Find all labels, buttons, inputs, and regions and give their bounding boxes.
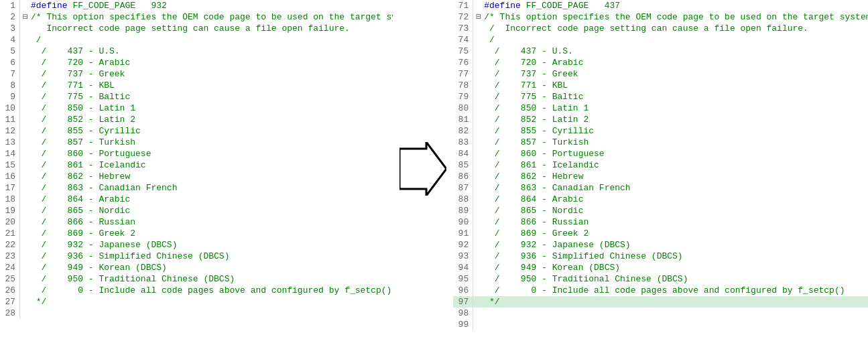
code-text: / 737 - Greek xyxy=(31,68,393,80)
fold-placeholder xyxy=(476,308,484,319)
line-number: 16 xyxy=(0,171,20,182)
table-row: 77 / 737 - Greek xyxy=(453,68,868,80)
fold-placeholder xyxy=(476,46,484,57)
fold-placeholder xyxy=(476,125,484,137)
fold-placeholder xyxy=(476,34,484,46)
line-number: 12 xyxy=(0,125,20,137)
fold-placeholder xyxy=(23,125,31,137)
code-text: Incorrect code page setting can cause a … xyxy=(31,23,393,34)
table-row: 4 / xyxy=(0,34,393,46)
line-number: 8 xyxy=(0,80,20,91)
line-number: 97 xyxy=(453,296,473,308)
fold-placeholder xyxy=(476,273,484,285)
code-text: / 850 - Latin 1 xyxy=(31,103,393,114)
table-row: 18 / 864 - Arabic xyxy=(0,194,393,205)
line-number: 87 xyxy=(453,182,473,194)
table-row: 89 / 865 - Nordic xyxy=(453,205,868,216)
line-number: 84 xyxy=(453,148,473,159)
table-row: 97 */ xyxy=(453,296,868,308)
code-text: / 866 - Russian xyxy=(31,216,393,228)
fold-placeholder xyxy=(23,137,31,148)
line-number: 85 xyxy=(453,159,473,171)
fold-placeholder xyxy=(23,251,31,262)
code-text: / 0 - Include all code pages above and c… xyxy=(31,285,393,296)
fold-icon[interactable]: ⊟ xyxy=(476,11,484,23)
code-text: */ xyxy=(484,296,868,308)
fold-placeholder xyxy=(23,239,31,251)
table-row: 79 / 775 - Baltic xyxy=(453,91,868,103)
line-number: 6 xyxy=(0,57,20,68)
code-text: / 437 - U.S. xyxy=(484,46,868,57)
fold-icon[interactable]: ⊟ xyxy=(23,11,31,23)
fold-placeholder xyxy=(23,171,31,182)
table-row: 27 */ xyxy=(0,296,393,308)
code-text: / 775 - Baltic xyxy=(484,91,868,103)
code-text: / 869 - Greek 2 xyxy=(31,228,393,239)
fold-placeholder xyxy=(23,80,31,91)
fold-placeholder xyxy=(476,205,484,216)
line-number: 23 xyxy=(0,251,20,262)
fold-placeholder xyxy=(23,0,31,11)
code-text: / Incorrect code page setting can cause … xyxy=(484,23,868,34)
fold-placeholder xyxy=(476,80,484,91)
table-row: 21 / 869 - Greek 2 xyxy=(0,228,393,239)
fold-placeholder xyxy=(476,239,484,251)
code-text: / 932 - Japanese (DBCS) xyxy=(484,239,868,251)
fold-placeholder xyxy=(476,57,484,68)
fold-placeholder xyxy=(476,103,484,114)
svg-marker-0 xyxy=(399,142,446,196)
table-row: 75 / 437 - U.S. xyxy=(453,46,868,57)
left-code-area[interactable]: 1 #define FF_CODE_PAGE 9322⊟/* This opti… xyxy=(0,0,393,337)
fold-placeholder xyxy=(476,23,484,34)
fold-placeholder xyxy=(23,273,31,285)
fold-placeholder xyxy=(23,285,31,296)
line-number: 75 xyxy=(453,46,473,57)
line-number: 74 xyxy=(453,34,473,46)
right-code-pane: 71 #define FF_CODE_PAGE 43772⊟/* This op… xyxy=(453,0,868,337)
table-row: 10 / 850 - Latin 1 xyxy=(0,103,393,114)
fold-placeholder xyxy=(476,137,484,148)
table-row: 93 / 936 - Simplified Chinese (DBCS) xyxy=(453,251,868,262)
line-number: 86 xyxy=(453,171,473,182)
fold-placeholder xyxy=(23,46,31,57)
fold-placeholder xyxy=(23,57,31,68)
fold-placeholder xyxy=(476,159,484,171)
code-text: / 869 - Greek 2 xyxy=(484,228,868,239)
code-text: / 949 - Korean (DBCS) xyxy=(31,262,393,273)
table-row: 88 / 864 - Arabic xyxy=(453,194,868,205)
code-text: / 852 - Latin 2 xyxy=(484,114,868,125)
code-text: / 737 - Greek xyxy=(484,68,868,80)
line-number: 79 xyxy=(453,91,473,103)
left-code-pane: 1 #define FF_CODE_PAGE 9322⊟/* This opti… xyxy=(0,0,393,337)
code-text: / 850 - Latin 1 xyxy=(484,103,868,114)
line-number: 2 xyxy=(0,11,20,23)
code-text: / 771 - KBL xyxy=(31,80,393,91)
fold-placeholder xyxy=(23,308,31,319)
code-text: / 949 - Korean (DBCS) xyxy=(484,262,868,273)
right-code-area[interactable]: 71 #define FF_CODE_PAGE 43772⊟/* This op… xyxy=(453,0,868,337)
table-row: 83 / 857 - Turkish xyxy=(453,137,868,148)
table-row: 96 / 0 - Include all code pages above an… xyxy=(453,285,868,296)
line-number: 72 xyxy=(453,11,473,23)
line-number: 96 xyxy=(453,285,473,296)
code-text: / 437 - U.S. xyxy=(31,46,393,57)
fold-placeholder xyxy=(23,296,31,308)
line-number: 88 xyxy=(453,194,473,205)
line-number: 91 xyxy=(453,228,473,239)
line-number: 19 xyxy=(0,205,20,216)
fold-placeholder xyxy=(23,262,31,273)
table-row: 85 / 861 - Icelandic xyxy=(453,159,868,171)
code-text: / 857 - Turkish xyxy=(484,137,868,148)
table-row: 25 / 950 - Traditional Chinese (DBCS) xyxy=(0,273,393,285)
table-row: 78 / 771 - KBL xyxy=(453,80,868,91)
line-number: 71 xyxy=(453,0,473,11)
line-number: 89 xyxy=(453,205,473,216)
code-text: / 861 - Icelandic xyxy=(31,159,393,171)
line-number: 17 xyxy=(0,182,20,194)
fold-placeholder xyxy=(476,262,484,273)
line-number: 93 xyxy=(453,251,473,262)
code-text: / 865 - Nordic xyxy=(484,205,868,216)
table-row: 72⊟/* This option specifies the OEM code… xyxy=(453,11,868,23)
table-row: 14 / 860 - Portuguese xyxy=(0,148,393,159)
code-text xyxy=(31,308,393,319)
